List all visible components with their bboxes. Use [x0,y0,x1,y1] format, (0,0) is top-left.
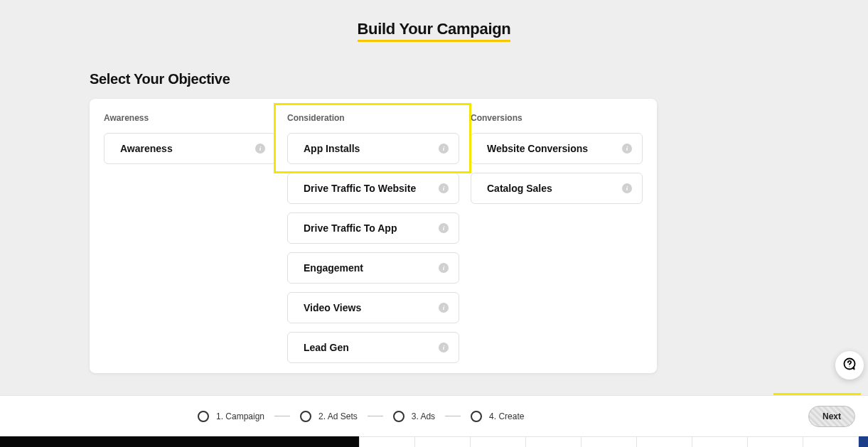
column-conversions: Conversions Website Conversions i Catalo… [471,113,643,372]
column-header-consideration: Consideration [287,113,459,123]
stepper: 1. Campaign 2. Ad Sets 3. Ads 4. Create [198,411,524,422]
objective-label: Catalog Sales [487,183,552,194]
step-connector [274,416,290,416]
info-icon[interactable]: i [622,183,632,193]
objective-label: Drive Traffic To App [304,222,397,234]
step-circle-icon [393,411,404,422]
objective-label: Drive Traffic To Website [304,183,416,194]
info-icon[interactable]: i [622,144,632,154]
help-icon [842,357,857,374]
column-consideration: Consideration App Installs i Drive Traff… [287,113,459,372]
objective-video-views[interactable]: Video Views i [287,292,459,323]
info-icon[interactable]: i [439,144,449,154]
info-icon[interactable]: i [255,144,265,154]
info-icon[interactable]: i [439,303,449,313]
section-heading: Select Your Objective [90,71,230,87]
step-label: 4. Create [489,411,524,421]
svg-point-1 [850,366,850,367]
step-connector [368,416,383,416]
objective-website-conversions[interactable]: Website Conversions i [471,133,643,164]
objective-awareness[interactable]: Awareness i [104,133,276,164]
objective-label: App Installs [304,143,360,154]
objective-label: Awareness [120,143,173,154]
next-button-label: Next [823,411,841,421]
step-create[interactable]: 4. Create [471,411,524,422]
objective-app-installs[interactable]: App Installs i [287,133,459,164]
step-circle-icon [198,411,209,422]
info-icon[interactable]: i [439,263,449,273]
step-label: 1. Campaign [216,411,264,421]
column-header-awareness: Awareness [104,113,276,123]
step-connector [445,416,461,416]
objective-catalog-sales[interactable]: Catalog Sales i [471,173,643,204]
objective-drive-traffic-app[interactable]: Drive Traffic To App i [287,212,459,244]
objective-panel: Awareness Awareness i Consideration App … [90,99,657,373]
page-title: Build Your Campaign [358,20,511,42]
step-campaign[interactable]: 1. Campaign [198,411,264,422]
bottom-strip [0,436,868,447]
step-circle-icon [471,411,482,422]
step-label: 2. Ad Sets [318,411,358,421]
next-button[interactable]: Next [808,406,855,427]
objective-drive-traffic-website[interactable]: Drive Traffic To Website i [287,173,459,204]
objective-lead-gen[interactable]: Lead Gen i [287,332,459,363]
step-ad-sets[interactable]: 2. Ad Sets [300,411,358,422]
column-header-conversions: Conversions [471,113,643,123]
objective-label: Lead Gen [304,342,349,353]
step-circle-icon [300,411,311,422]
step-ads[interactable]: 3. Ads [393,411,435,422]
help-button[interactable] [835,351,864,379]
objective-label: Video Views [304,302,361,313]
footer-bar: 1. Campaign 2. Ad Sets 3. Ads 4. Create … [0,395,868,436]
objective-engagement[interactable]: Engagement i [287,252,459,284]
info-icon[interactable]: i [439,223,449,233]
info-icon[interactable]: i [439,183,449,193]
info-icon[interactable]: i [439,343,449,352]
objective-label: Engagement [304,262,363,274]
objective-label: Website Conversions [487,143,588,154]
step-label: 3. Ads [412,411,435,421]
column-awareness: Awareness Awareness i [104,113,276,372]
